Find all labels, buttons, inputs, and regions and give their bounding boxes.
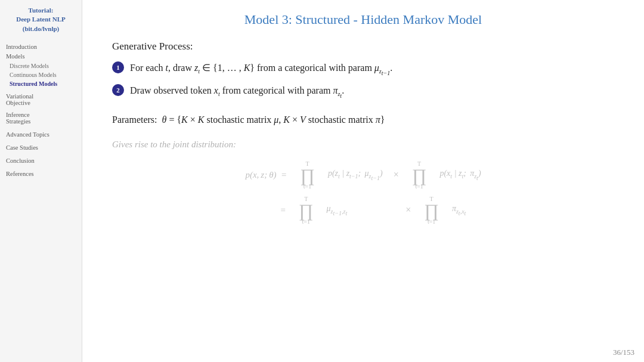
generative-process-label: Generative Process: [112, 41, 614, 52]
sidebar-item-case-studies[interactable]: Case Studies [5, 144, 77, 151]
slide-content: Model 3: Structured - Hidden Markov Mode… [82, 0, 644, 362]
math-row-1: p(x, z; θ) = T ∏ t=1 p(zt | zt−1; μzt−1)… [245, 160, 481, 190]
step-1-number: 1 [112, 61, 124, 73]
step-2: 2 Draw observed token xt from categorica… [112, 83, 614, 100]
slide-title: Model 3: Structured - Hidden Markov Mode… [112, 12, 614, 27]
sidebar-item-references[interactable]: References [5, 170, 77, 178]
sidebar-item-conclusion[interactable]: Conclusion [5, 157, 77, 165]
sidebar-item-continuous-models[interactable]: Continuous Models [8, 71, 77, 79]
sidebar-item-discrete-models[interactable]: Discrete Models [8, 62, 77, 70]
sidebar-item-structured-models[interactable]: Structured Models [8, 80, 77, 88]
math-row-2: = T ∏ t=1 μzt−1,zt × T ∏ t=1 πzt,xt [278, 196, 466, 225]
step-1-text: For each t, draw zt ∈ {1, … , K} from a … [130, 61, 392, 78]
step-list: 1 For each t, draw zt ∈ {1, … , K} from … [112, 61, 614, 100]
page-number: 36/153 [613, 348, 634, 357]
parameters-line: Parameters: θ = {K × K stochastic matrix… [112, 112, 614, 128]
sidebar-item-inference-strategies[interactable]: InferenceStrategies [5, 111, 77, 125]
sidebar: Tutorial: Deep Latent NLP (bit.do/lvnlp)… [0, 0, 82, 362]
sidebar-item-introduction[interactable]: Introduction [5, 43, 77, 51]
sidebar-title: Tutorial: Deep Latent NLP (bit.do/lvnlp) [5, 6, 77, 33]
step-1: 1 For each t, draw zt ∈ {1, … , K} from … [112, 61, 614, 78]
sidebar-item-advanced-topics[interactable]: Advanced Topics [5, 131, 77, 138]
step-2-text: Draw observed token xt from categorical … [130, 83, 344, 100]
joint-dist-label: Gives rise to the joint distribution: [112, 140, 614, 150]
math-display: p(x, z; θ) = T ∏ t=1 p(zt | zt−1; μzt−1)… [112, 160, 614, 225]
sidebar-item-models[interactable]: Models [5, 52, 77, 60]
step-2-number: 2 [112, 84, 124, 96]
sidebar-item-variational-objective[interactable]: VariationalObjective [5, 92, 77, 107]
